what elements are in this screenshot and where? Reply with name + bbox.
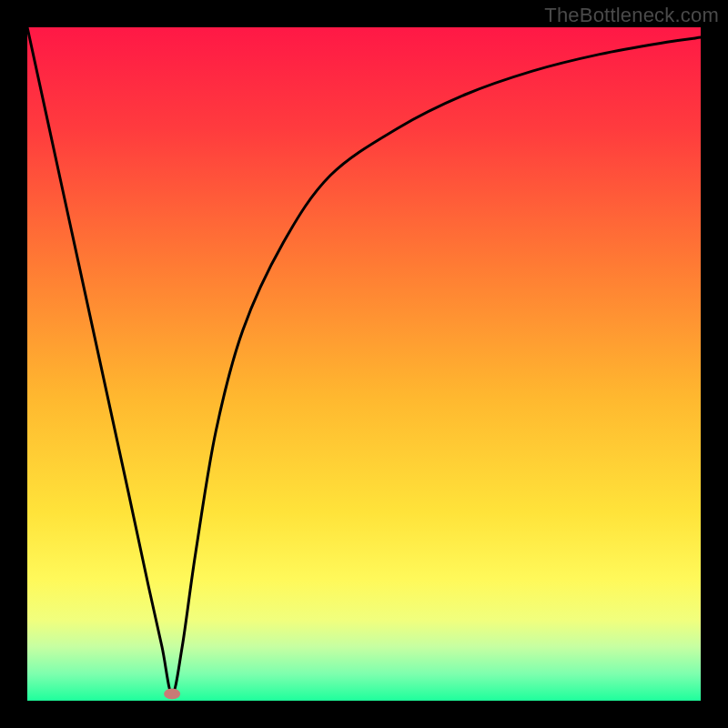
watermark-text: TheBottleneck.com xyxy=(544,4,719,27)
plot-background xyxy=(27,27,701,701)
bottleneck-chart xyxy=(0,0,728,728)
chart-frame: TheBottleneck.com xyxy=(0,0,728,728)
minimum-marker xyxy=(164,689,180,700)
